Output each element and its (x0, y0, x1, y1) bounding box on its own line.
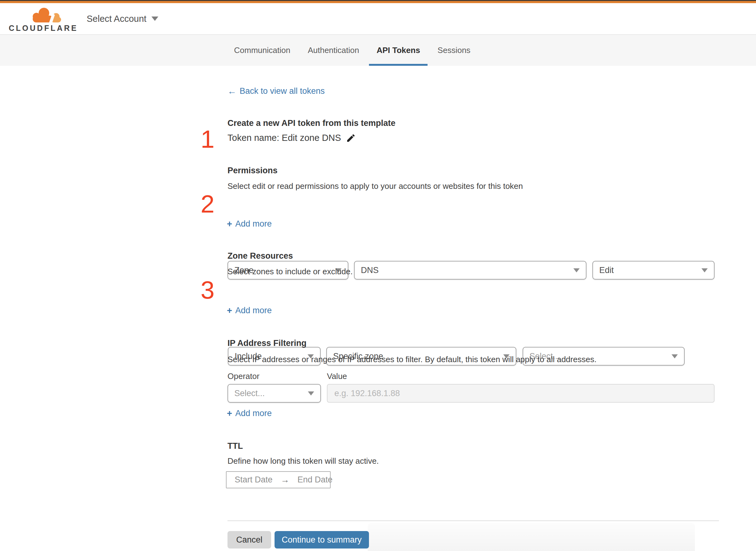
plus-icon: + (227, 306, 232, 316)
api-token-template-page: CLOUDFLARE Select Account Communication … (0, 0, 756, 551)
chevron-down-icon (701, 268, 708, 272)
tab-authentication[interactable]: Authentication (300, 35, 367, 66)
footer-shadow (368, 523, 695, 551)
value-label: Value (327, 372, 347, 381)
add-more-label: Add more (235, 306, 272, 316)
ip-filtering-description: Select IP addresses or ranges of IP addr… (227, 355, 597, 364)
back-arrow-icon: ← (227, 86, 236, 96)
zone-resources-description: Select zones to include or exclude. (227, 267, 353, 277)
cloudflare-cloud-icon (31, 6, 62, 23)
step-2-number: 2 (196, 192, 219, 216)
chevron-down-icon (151, 17, 158, 21)
ttl-description: Define how long this token will stay act… (227, 456, 379, 466)
edit-pencil-icon[interactable] (346, 133, 356, 143)
tab-sessions[interactable]: Sessions (430, 35, 478, 66)
profile-tabbar: Communication Authentication API Tokens … (0, 35, 756, 66)
cloudflare-wordmark: CLOUDFLARE (9, 24, 78, 33)
ip-operator-value: Select... (234, 389, 265, 398)
template-title: Create a new API token from this templat… (227, 118, 396, 128)
ip-operator-select[interactable]: Select... (227, 384, 321, 403)
ip-value-input[interactable] (327, 384, 715, 403)
top-orange-strip (0, 1, 756, 3)
cancel-button[interactable]: Cancel (227, 531, 271, 549)
zone-resources-heading: Zone Resources (227, 251, 293, 261)
tab-api-tokens[interactable]: API Tokens (369, 35, 428, 66)
permissions-description: Select edit or read permissions to apply… (227, 181, 523, 191)
zone-resources-add-more-link[interactable]: + Add more (227, 306, 272, 316)
token-name-text: Token name: Edit zone DNS (227, 133, 341, 143)
ip-filtering-heading: IP Address Filtering (227, 339, 307, 348)
permission-access-value: Edit (599, 265, 614, 275)
add-more-label: Add more (235, 219, 272, 229)
account-selector-label: Select Account (87, 14, 146, 24)
ttl-date-range-picker[interactable]: Start Date → End Date (226, 471, 330, 488)
chevron-down-icon (308, 392, 314, 396)
permission-access-select[interactable]: Edit (592, 261, 715, 280)
ip-filtering-add-more-link[interactable]: + Add more (227, 408, 272, 419)
plus-icon: + (227, 219, 232, 229)
start-date-label: Start Date (235, 475, 273, 485)
back-link-label: Back to view all tokens (240, 86, 325, 96)
tab-communication[interactable]: Communication (226, 35, 298, 66)
footer-divider (227, 520, 719, 521)
ttl-heading: TTL (227, 441, 243, 451)
chevron-down-icon (573, 268, 580, 272)
continue-to-summary-button[interactable]: Continue to summary (274, 531, 369, 549)
permissions-add-more-link[interactable]: + Add more (227, 219, 272, 229)
end-date-label: End Date (297, 475, 333, 485)
operator-label: Operator (227, 372, 259, 381)
add-more-label: Add more (235, 409, 272, 418)
chevron-down-icon (672, 354, 678, 359)
permission-type-value: DNS (361, 265, 379, 275)
account-selector[interactable]: Select Account (87, 3, 158, 34)
step-1-number: 1 (196, 127, 219, 152)
back-to-tokens-link[interactable]: ← Back to view all tokens (227, 86, 325, 96)
permissions-heading: Permissions (227, 166, 278, 175)
token-name-row: Token name: Edit zone DNS (227, 133, 356, 143)
app-header: CLOUDFLARE Select Account (0, 3, 756, 35)
plus-icon: + (227, 408, 232, 419)
permission-type-select[interactable]: DNS (354, 261, 587, 280)
range-arrow-icon: → (281, 475, 289, 485)
step-3-number: 3 (196, 278, 219, 303)
